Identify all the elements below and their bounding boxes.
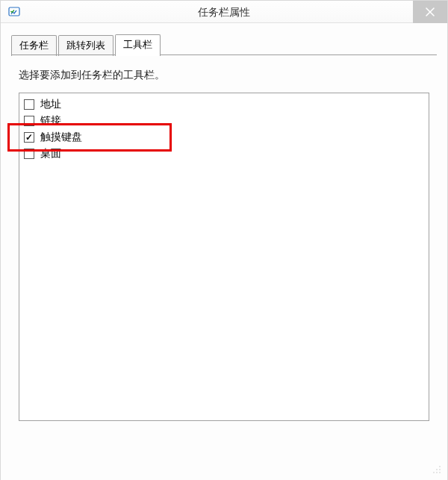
svg-point-4 xyxy=(433,472,435,473)
close-button[interactable] xyxy=(413,1,447,23)
toolbars-listbox[interactable]: 地址链接触摸键盘桌面 xyxy=(19,93,429,421)
dialog-window: 任务栏属性 任务栏 跳转列表 工具栏 选择要添加到任务栏的工具栏。 地址链接触摸… xyxy=(0,0,448,480)
list-item[interactable]: 触摸键盘 xyxy=(24,129,424,146)
item-label: 桌面 xyxy=(40,147,61,160)
checkbox-desktop[interactable] xyxy=(24,149,34,159)
tab-jumplist[interactable]: 跳转列表 xyxy=(58,35,113,56)
svg-point-2 xyxy=(436,469,438,470)
checkbox-touchkbd[interactable] xyxy=(24,132,34,143)
tab-strip: 任务栏 跳转列表 工具栏 xyxy=(11,34,437,55)
window-title: 任务栏属性 xyxy=(1,1,447,23)
tab-toolbars[interactable]: 工具栏 xyxy=(115,34,161,56)
svg-point-3 xyxy=(439,469,441,470)
tab-taskbar[interactable]: 任务栏 xyxy=(11,35,57,56)
resize-grip[interactable] xyxy=(431,464,443,476)
item-label: 地址 xyxy=(40,98,61,111)
item-label: 链接 xyxy=(40,114,61,128)
list-item[interactable]: 桌面 xyxy=(24,146,424,162)
item-label: 触摸键盘 xyxy=(40,131,82,144)
list-item[interactable]: 地址 xyxy=(24,96,424,113)
app-icon xyxy=(5,3,23,21)
list-item[interactable]: 链接 xyxy=(24,113,424,129)
close-icon xyxy=(426,7,435,16)
svg-point-1 xyxy=(439,466,441,467)
panel-toolbars: 选择要添加到任务栏的工具栏。 地址链接触摸键盘桌面 xyxy=(11,55,437,421)
instruction-text: 选择要添加到任务栏的工具栏。 xyxy=(19,69,429,82)
checkbox-address[interactable] xyxy=(24,99,34,110)
client-area: 任务栏 跳转列表 工具栏 选择要添加到任务栏的工具栏。 地址链接触摸键盘桌面 xyxy=(1,23,447,480)
title-bar: 任务栏属性 xyxy=(1,1,447,23)
svg-point-5 xyxy=(436,472,438,473)
checkbox-links[interactable] xyxy=(24,116,34,126)
tab-panel-divider xyxy=(11,54,437,55)
svg-point-6 xyxy=(439,472,441,473)
